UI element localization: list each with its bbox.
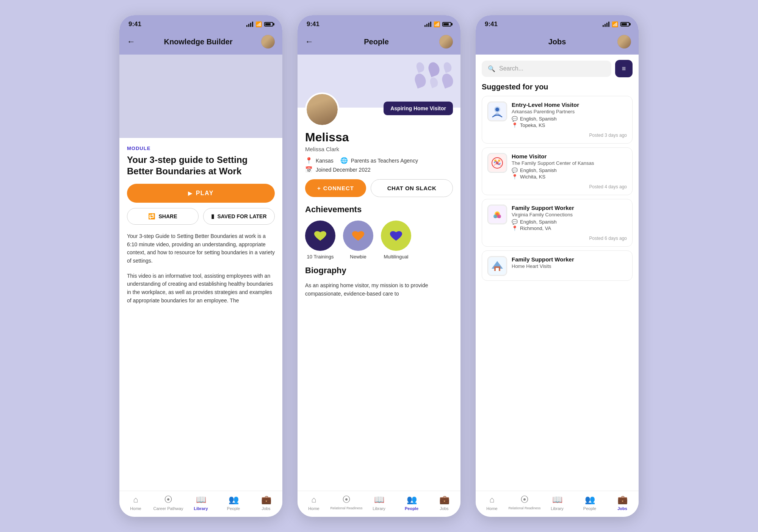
filter-button[interactable]: ≡: [615, 60, 633, 77]
home-icon-2: ⌂: [311, 495, 316, 505]
nav-people-3[interactable]: 👥 People: [573, 495, 606, 511]
job-info-2: Home Visitor The Family Support Center o…: [512, 153, 627, 180]
status-time-2: 9:41: [307, 20, 319, 28]
bottom-nav-2: ⌂ Home ⦿ Relational Readiness 📖 Library …: [298, 491, 460, 517]
profile-name: Melissa: [305, 130, 453, 144]
slack-button[interactable]: CHAT ON SLACK: [371, 179, 453, 197]
avatar-2[interactable]: [439, 35, 453, 49]
nav-career-1[interactable]: ⦿ Career Pathway: [152, 495, 185, 511]
share-button[interactable]: 🔁 SHARE: [127, 208, 199, 225]
nav-label-people-2: People: [405, 506, 418, 511]
screen-people: 9:41 📶 ← People: [298, 15, 460, 517]
jobs-icon-2: 💼: [439, 495, 449, 505]
badges-row: 10 Trainings Newbie: [305, 221, 453, 260]
badge-label-1: 10 Trainings: [307, 254, 334, 260]
job-card-2[interactable]: Home Visitor The Family Support Center o…: [482, 147, 633, 195]
wifi-icon-2: 📶: [434, 21, 440, 27]
job-languages-3: 💬 English, Spanish: [512, 219, 627, 225]
leaf-icon-3: [388, 230, 404, 241]
nav-people-1[interactable]: 👥 People: [217, 495, 250, 511]
back-button-1[interactable]: ←: [127, 37, 135, 47]
badge-circle-2: [343, 221, 373, 251]
saved-for-later-button[interactable]: ▮ SAVED FOR LATER: [203, 208, 275, 225]
leaf-decoration: [415, 62, 453, 87]
nav-home-1[interactable]: ⌂ Home: [119, 495, 152, 511]
battery-icon-1: [264, 22, 273, 27]
nav-label-home-3: Home: [486, 506, 497, 511]
achievements-title: Achievements: [305, 205, 453, 214]
job-languages-2: 💬 English, Spanish: [512, 167, 627, 173]
nav-label-home-1: Home: [130, 506, 141, 511]
nav-people-2[interactable]: 👥 People: [395, 495, 428, 511]
profile-hero: Aspiring Home Visitor: [298, 55, 460, 108]
job-company-1: Arkansas Parenting Partners: [512, 109, 627, 114]
app-header-1: ← Knowledge Builder: [119, 32, 282, 55]
screen1-content: MODULE Your 3-step guide to Setting Bett…: [119, 138, 282, 491]
avatar-3[interactable]: [617, 35, 631, 49]
hero-image-1: [119, 55, 282, 138]
job-card-1[interactable]: Entry-Level Home Visitor Arkansas Parent…: [482, 96, 633, 144]
nav-home-2[interactable]: ⌂ Home: [298, 495, 330, 511]
filter-icon: ≡: [622, 65, 626, 73]
battery-icon-2: [442, 22, 451, 27]
job-title-1: Entry-Level Home Visitor: [512, 102, 627, 108]
status-icons-1: 📶: [246, 21, 273, 27]
nav-relational-3[interactable]: ⦿ Relational Readiness: [508, 495, 541, 511]
avatar-1[interactable]: [261, 35, 275, 49]
slack-label: CHAT ON SLACK: [387, 185, 437, 191]
job-posted-2: Posted 4 days ago: [487, 184, 627, 189]
share-label: SHARE: [158, 213, 177, 219]
job-company-4: Home Heart Visits: [512, 263, 627, 269]
status-icons-2: 📶: [424, 21, 451, 27]
job-location-3: 📍 Richmond, VA: [512, 225, 627, 231]
nav-library-1[interactable]: 📖 Library: [185, 495, 217, 511]
play-button[interactable]: ▶ PLAY: [127, 184, 275, 203]
biography-section: Biography As an aspiring home visitor, m…: [298, 260, 460, 298]
nav-jobs-2[interactable]: 💼 Jobs: [428, 495, 460, 511]
people-icon-3: 👥: [585, 495, 595, 505]
battery-icon-3: [620, 22, 630, 27]
job-logo-2: [487, 153, 507, 173]
nav-label-relational-3: Relational Readiness: [508, 506, 540, 510]
nav-library-3[interactable]: 📖 Library: [541, 495, 573, 511]
job-logo-1: [487, 102, 507, 121]
profile-meta: 📍 Kansas 🌐 Parents as Teachers Agency 📅 …: [305, 157, 453, 173]
nav-jobs-3[interactable]: 💼 Jobs: [606, 495, 639, 511]
biography-title: Biography: [305, 266, 453, 275]
search-input-wrap[interactable]: 🔍 Search...: [482, 61, 611, 77]
svg-point-13: [496, 213, 499, 216]
module-label: MODULE: [127, 146, 275, 151]
bottom-nav-3: ⌂ Home ⦿ Relational Readiness 📖 Library …: [476, 491, 639, 517]
job-company-3: Virginia Family Connections: [512, 212, 627, 217]
connect-row: + CONNECT CHAT ON SLACK: [305, 179, 453, 197]
job-title-4: Family Support Worker: [512, 256, 627, 263]
connect-button[interactable]: + CONNECT: [305, 179, 366, 197]
app-header-2: ← People: [298, 32, 460, 55]
role-badge: Aspiring Home Visitor: [384, 102, 453, 115]
home-icon-1: ⌂: [133, 495, 138, 505]
home-icon-3: ⌂: [489, 495, 494, 505]
nav-library-2[interactable]: 📖 Library: [363, 495, 395, 511]
biography-text: As an aspiring home visitor, my mission …: [305, 282, 453, 298]
job-info-1: Entry-Level Home Visitor Arkansas Parent…: [512, 102, 627, 129]
nav-home-3[interactable]: ⌂ Home: [476, 495, 508, 511]
wifi-icon-3: 📶: [612, 21, 618, 27]
joined-row: 📅 Joined December 2022: [305, 166, 453, 173]
svg-rect-16: [496, 268, 499, 271]
plus-icon: +: [317, 185, 321, 191]
badge-10-trainings: 10 Trainings: [305, 221, 335, 260]
nav-relational-2[interactable]: ⦿ Relational Readiness: [330, 495, 363, 511]
job-card-3[interactable]: Family Support Worker Virginia Family Co…: [482, 199, 633, 247]
module-description-2: This video is an informative tool, assis…: [127, 272, 275, 305]
location-text: Kansas: [316, 158, 334, 164]
back-button-2[interactable]: ←: [305, 37, 313, 47]
job-title-2: Home Visitor: [512, 153, 627, 160]
profile-avatar: [305, 92, 339, 127]
nav-label-jobs-3: Jobs: [617, 506, 627, 511]
job-title-3: Family Support Worker: [512, 205, 627, 211]
nav-jobs-1[interactable]: 💼 Jobs: [250, 495, 282, 511]
share-icon: 🔁: [148, 213, 155, 220]
library-icon-2: 📖: [374, 495, 384, 505]
job-card-4[interactable]: Family Support Worker Home Heart Visits: [482, 250, 633, 281]
signal-bars-3: [603, 22, 609, 27]
